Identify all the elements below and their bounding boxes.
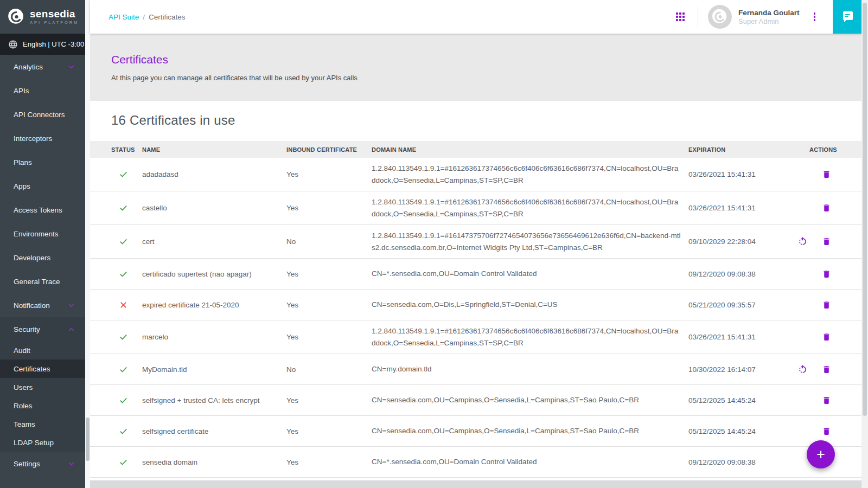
sidebar-item-ldap-setup[interactable]: LDAP Setup [0,433,85,452]
cell-domain-name: 1.2.840.113549.1.9.1=#161263617374656c6c… [372,325,688,349]
delete-certificate-button[interactable] [822,427,831,436]
table-body: adadadasd Yes 1.2.840.113549.1.9.1=#1612… [90,158,861,478]
avatar[interactable] [708,5,732,29]
page-scrollbar-thumb[interactable] [863,3,867,416]
cell-status [111,332,142,342]
sidebar-item-label: Security [14,325,40,333]
table-row[interactable]: selfsigned + trusted CA: lets encrypt Ye… [90,385,861,416]
bottom-edge-strip [90,480,868,488]
delete-certificate-button[interactable] [822,300,831,310]
chat-button[interactable] [833,0,861,34]
sidebar-item-label: API Connectors [14,111,65,119]
table-row[interactable]: adadadasd Yes 1.2.840.113549.1.9.1=#1612… [90,158,861,191]
table-row[interactable]: selfsigned certificate Yes CN=sensedia.c… [90,416,861,447]
cell-inbound-certificate: Yes [286,396,372,404]
kebab-menu-icon[interactable] [810,9,819,24]
brand-logo[interactable]: sensedia API PLATFORM [0,0,85,34]
sidebar-item-audit[interactable]: Audit [0,341,85,359]
sidebar-item-analytics[interactable]: Analytics [0,55,85,79]
user-menu[interactable]: Fernanda Goulart Super Admin [738,8,800,26]
main-area: API Suite / Certificates Fernanda [90,0,861,488]
delete-certificate-button[interactable] [822,396,831,405]
sidebar-item-users[interactable]: Users [0,378,85,396]
cell-status [111,458,142,467]
cell-name: selfsigned + trusted CA: lets encrypt [142,396,286,404]
sidebar-item-interceptors[interactable]: Interceptors [0,126,85,150]
cell-domain-name: CN=my.domain.tld [372,363,688,375]
trash-icon [822,332,831,342]
chevron-down-icon [67,460,75,468]
delete-certificate-button[interactable] [822,269,831,279]
cell-expiration: 09/10/2029 22:28:04 [688,237,809,246]
refresh-certificate-button[interactable] [797,364,808,375]
chat-icon [841,10,854,23]
trash-icon [822,427,831,436]
topbar-divider [698,6,698,28]
delete-certificate-button[interactable] [822,203,831,213]
cell-inbound-certificate: Yes [286,333,372,341]
sidebar-item-label: Notification [14,301,50,310]
sidebar-item-teams[interactable]: Teams [0,415,85,433]
refresh-certificate-button[interactable] [797,236,808,247]
cell-actions [809,364,861,375]
table-row[interactable]: sensedia domain Yes CN=*.sensedia.com,OU… [90,447,861,478]
table-row[interactable]: marcelo Yes 1.2.840.113549.1.9.1=#161263… [90,320,861,354]
status-invalid-icon [119,300,128,310]
sidebar-item-notification[interactable]: Notification [0,293,85,317]
globe-icon [8,40,18,49]
sidebar-scrollbar[interactable] [85,0,90,488]
cell-name: cert [142,237,286,246]
sidebar-item-environments[interactable]: Environments [0,222,85,246]
sidebar-item-developers[interactable]: Developers [0,246,85,269]
status-valid-icon [119,269,128,279]
sidebar-item-plans[interactable]: Plans [0,150,85,174]
chevron-down-icon [67,301,75,310]
sidebar-nav: Analytics APIs API Connectors Intercepto… [0,55,85,317]
cell-name: castello [142,204,286,212]
sidebar-scrollbar-thumb[interactable] [86,418,90,461]
chevron-up-icon [67,325,75,333]
add-certificate-button[interactable]: + [807,440,835,468]
sidebar-item-label: General Trace [14,278,60,286]
cell-expiration: 09/12/2020 09:08:38 [688,270,809,278]
language-label: English | UTC -3:00 [23,40,84,48]
topbar-right: Fernanda Goulart Super Admin [676,0,861,34]
delete-certificate-button[interactable] [822,365,831,374]
sidebar-item-api-connectors[interactable]: API Connectors [0,102,85,126]
cell-domain-name: CN=*.sensedia.com,OU=Domain Control Vali… [372,456,688,468]
language-selector[interactable]: English | UTC -3:00 [0,34,85,55]
sidebar-item-label: Settings [14,460,40,468]
table-row[interactable]: castello Yes 1.2.840.113549.1.9.1=#16126… [90,191,861,225]
sidebar-item-general-trace[interactable]: General Trace [0,269,85,293]
table-row[interactable]: certificado supertest (nao apagar) Yes C… [90,259,861,290]
delete-certificate-button[interactable] [822,170,831,179]
page-scrollbar[interactable] [861,0,868,488]
sidebar-item-apps[interactable]: Apps [0,174,85,198]
table-row[interactable]: MyDomain.tld No CN=my.domain.tld 10/30/2… [90,354,861,385]
sidebar-item-label: Interceptors [14,134,52,143]
status-valid-icon [119,203,128,213]
apps-grid-icon[interactable] [676,12,685,21]
breadcrumb-api-suite[interactable]: API Suite [108,13,139,21]
sidebar-item-certificates[interactable]: Certificates [0,359,85,378]
status-valid-icon [119,170,128,179]
cell-actions [809,300,861,310]
cell-expiration: 05/12/2025 14:45:24 [688,396,809,404]
sidebar: sensedia API PLATFORM English | UTC -3:0… [0,0,85,488]
sidebar-item-access-tokens[interactable]: Access Tokens [0,198,85,222]
sidebar-item-apis[interactable]: APIs [0,79,85,102]
delete-certificate-button[interactable] [822,332,831,342]
table-row[interactable]: expired certificate 21-05-2020 Yes CN=se… [90,290,861,320]
breadcrumb-current: Certificates [149,13,186,21]
sidebar-item-label: APIs [14,87,29,95]
refresh-icon [797,364,808,375]
sidebar-item-roles[interactable]: Roles [0,396,85,415]
sidebar-item-settings[interactable]: Settings [0,452,85,476]
table-row[interactable]: cert No 1.2.840.113549.1.9.1=#1614737570… [90,225,861,259]
user-role: Super Admin [738,17,800,26]
cell-name: adadadasd [142,170,286,178]
cell-status [111,365,142,374]
sidebar-item-security[interactable]: Security [0,317,85,341]
sidebar-item-label: Users [14,383,33,391]
delete-certificate-button[interactable] [822,237,831,246]
